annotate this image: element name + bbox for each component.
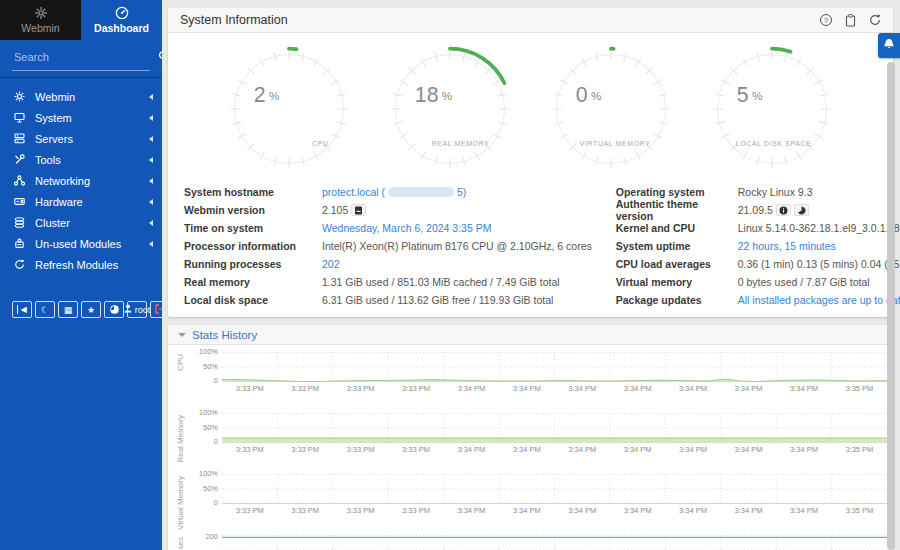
info-row-kernel-and-cpu: Kernel and CPULinux 5.14.0-362.18.1.el9_… xyxy=(616,219,900,237)
x-tick-label: 3:34 PM xyxy=(444,505,499,517)
info-label: System hostname xyxy=(184,186,322,198)
user-menu-button[interactable]: root xyxy=(127,301,147,318)
sidebar-item-label: Hardware xyxy=(35,196,149,208)
info-row-authentic-theme-version: Authentic theme version21.09.5 xyxy=(616,201,900,219)
info-row-processor-information: Processor informationIntel(R) Xeon(R) Pl… xyxy=(184,237,592,255)
gauge-cpu: 2 %CPU xyxy=(214,41,364,177)
chart-yticks: 100%50%0 xyxy=(188,474,222,504)
chevron-left-icon xyxy=(149,220,153,226)
sidebar-item-label: Refresh Modules xyxy=(35,259,153,271)
night-mode-button[interactable]: ☾ xyxy=(35,301,55,318)
pie-icon xyxy=(110,305,119,314)
unused-modules-icon xyxy=(14,238,26,250)
info-row-package-updates: Package updatesAll installed packages ar… xyxy=(616,291,900,309)
sidebar-item-system[interactable]: System xyxy=(0,107,162,128)
sidebar-menu: WebminSystemServersToolsNetworkingHardwa… xyxy=(0,86,162,275)
sidebar-item-servers[interactable]: Servers xyxy=(0,128,162,149)
info-row-running-processes: Running processes202 xyxy=(184,255,592,273)
background-button[interactable]: ▦ xyxy=(58,301,78,318)
stats-history-header: Stats History xyxy=(168,325,893,345)
sidebar-item-hardware[interactable]: Hardware xyxy=(0,191,162,212)
chart-yticks: 100%50%0 xyxy=(188,352,222,382)
sidebar-item-label: Servers xyxy=(35,133,149,145)
chevron-left-icon xyxy=(149,157,153,163)
gauge-label: VIRTUAL MEMORY xyxy=(580,140,651,147)
info-value[interactable]: All installed packages are up to date xyxy=(738,294,900,306)
chart-ylabel: Real Memory xyxy=(176,415,185,463)
notifications-bell-button[interactable] xyxy=(878,33,900,58)
chevron-left-icon xyxy=(149,136,153,142)
info-label: Processor information xyxy=(184,240,322,252)
chart-plot-area xyxy=(222,413,887,443)
info-label: Time on system xyxy=(184,222,322,234)
pie-icon[interactable] xyxy=(794,204,809,216)
hardware-icon xyxy=(14,196,26,208)
x-tick-label: 3:34 PM xyxy=(721,505,776,517)
x-tick-label: 3:33 PM xyxy=(222,383,277,395)
gauges-row: 2 %CPU18 %REAL MEMORY0 %VIRTUAL MEMORY5 … xyxy=(168,33,893,177)
info-row-cpu-load-averages: CPU load averages0.36 (1 min) 0.13 (5 mi… xyxy=(616,255,900,273)
refresh-icon[interactable] xyxy=(869,14,881,26)
chart-xaxis: 3:33 PM3:33 PM3:33 PM3:33 PM3:34 PM3:34 … xyxy=(222,383,887,395)
x-tick-label: 3:33 PM xyxy=(333,383,388,395)
favorites-button[interactable]: ★ xyxy=(81,301,101,318)
tab-dashboard[interactable]: Dashboard xyxy=(81,0,162,40)
info-label: Package updates xyxy=(616,294,738,306)
x-tick-label: 3:34 PM xyxy=(721,383,776,395)
x-tick-label: 3:35 PM xyxy=(832,383,887,395)
x-tick-label: 3:34 PM xyxy=(499,444,554,456)
collapse-sidebar-button[interactable]: ◀ xyxy=(12,301,32,318)
info-value: 0.36 (1 min) 0.13 (5 mins) 0.04 (15 mins… xyxy=(738,258,900,270)
sidebar-tabs: Webmin Dashboard xyxy=(0,0,162,40)
sidebar-item-networking[interactable]: Networking xyxy=(0,170,162,191)
info-label: Authentic theme version xyxy=(616,198,738,222)
x-tick-label: 3:35 PM xyxy=(832,505,887,517)
info-value[interactable]: 202 xyxy=(322,258,340,270)
bell-icon xyxy=(883,37,895,55)
clipboard-icon[interactable] xyxy=(845,14,856,27)
redacted-value xyxy=(388,187,454,197)
chart-ylabel: Processes xyxy=(176,537,185,550)
module-icon[interactable] xyxy=(351,204,366,216)
tab-webmin[interactable]: Webmin xyxy=(0,0,81,40)
stats-history-title[interactable]: Stats History xyxy=(192,329,257,341)
vertical-scrollbar[interactable] xyxy=(887,62,895,550)
x-tick-label: 3:34 PM xyxy=(665,505,720,517)
sidebar-item-refresh-modules[interactable]: Refresh Modules xyxy=(0,254,162,275)
network-icon xyxy=(14,175,26,187)
collapse-panel-icon[interactable] xyxy=(178,333,186,337)
info-value[interactable]: protect.local (5) xyxy=(322,186,466,198)
info-label: Virtual memory xyxy=(616,276,738,288)
chart-yticks: 100%50%0 xyxy=(188,413,222,443)
x-tick-label: 3:34 PM xyxy=(555,505,610,517)
x-tick-label: 3:33 PM xyxy=(277,505,332,517)
info-value: Linux 5.14.0-362.18.1.el9_3.0.1.x86_64 o… xyxy=(738,222,900,234)
info-value[interactable]: Wednesday, March 6, 2024 3:35 PM xyxy=(322,222,491,234)
sidebar-item-label: Networking xyxy=(35,175,149,187)
chevron-left-icon xyxy=(149,199,153,205)
stats-charts: CPU100%50%03:33 PM3:33 PM3:33 PM3:33 PM3… xyxy=(168,345,893,550)
gauge-local-disk-space: 5 %LOCAL DISK SPACE xyxy=(697,41,847,177)
user-label: root xyxy=(135,305,151,315)
x-tick-label: 3:34 PM xyxy=(499,505,554,517)
sidebar-item-cluster[interactable]: Cluster xyxy=(0,212,162,233)
info-icon[interactable] xyxy=(776,204,791,216)
theme-button[interactable] xyxy=(104,301,124,318)
sidebar-item-tools[interactable]: Tools xyxy=(0,149,162,170)
sidebar-item-label: Cluster xyxy=(35,217,149,229)
info-column-left: System hostnameprotect.local (5)Webmin v… xyxy=(184,183,592,309)
info-value: 21.09.5 xyxy=(738,204,809,216)
gauge-label: CPU xyxy=(312,140,329,147)
x-tick-label: 3:34 PM xyxy=(776,383,831,395)
info-label: Local disk space xyxy=(184,294,322,306)
x-tick-label: 3:33 PM xyxy=(222,444,277,456)
sidebar-item-webmin[interactable]: Webmin xyxy=(0,86,162,107)
help-icon[interactable]: ? xyxy=(820,14,832,26)
x-tick-label: 3:33 PM xyxy=(388,383,443,395)
search-input[interactable] xyxy=(12,50,158,64)
info-value[interactable]: 22 hours, 15 minutes xyxy=(738,240,836,252)
x-tick-label: 3:34 PM xyxy=(776,444,831,456)
tab-dashboard-label: Dashboard xyxy=(94,22,149,34)
x-tick-label: 3:34 PM xyxy=(444,444,499,456)
sidebar-item-un-used-modules[interactable]: Un-used Modules xyxy=(0,233,162,254)
